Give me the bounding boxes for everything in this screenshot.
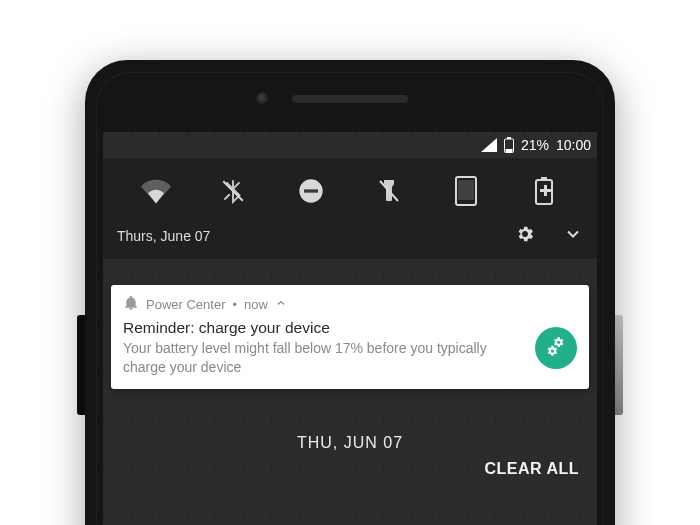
bell-icon [123,295,139,314]
qs-tile-wifi[interactable] [137,172,175,210]
qs-tile-portrait[interactable] [447,172,485,210]
qs-tile-flashlight-off[interactable] [370,172,408,210]
svg-rect-5 [304,189,318,192]
notification-text: Your battery level might fall below 17% … [123,339,521,377]
wallpaper-date-widget: THU, JUN 07 [103,434,597,452]
notification-body: Reminder: charge your device Your batter… [123,319,577,377]
svg-rect-2 [505,149,512,152]
qs-tile-battery-saver[interactable] [525,172,563,210]
expand-chevron-icon[interactable] [563,224,583,247]
battery-percent: 21% [521,137,549,153]
bullet: • [232,297,237,312]
qs-tile-do-not-disturb[interactable] [292,172,330,210]
notification-app-name: Power Center [146,297,225,312]
battery-icon [504,137,514,153]
status-bar: 21% 10:00 [481,134,591,156]
quick-settings-panel: Thurs, June 07 [103,158,597,259]
qs-tile-bluetooth-off[interactable] [214,172,252,210]
power-center-app-icon [535,327,577,369]
quick-settings-meta: Thurs, June 07 [103,220,597,255]
qs-date: Thurs, June 07 [117,228,210,244]
notification-when: now [244,297,268,312]
clear-all-button[interactable]: CLEAR ALL [484,460,579,478]
collapse-caret-icon[interactable] [275,297,287,312]
notification-title: Reminder: charge your device [123,319,521,337]
notification-header: Power Center • now [123,295,577,314]
screen: 21% 10:00 [103,132,597,525]
svg-rect-8 [458,180,474,200]
quick-settings-row [103,158,597,220]
side-button-left [77,315,85,415]
status-bar-clock: 10:00 [556,137,591,153]
settings-gear-icon[interactable] [515,224,535,247]
cellular-signal-icon [481,138,497,152]
notification-card[interactable]: Power Center • now Reminder: charge your… [111,285,589,389]
side-button-right [615,315,623,415]
earpiece-speaker [292,95,408,103]
front-camera [256,92,270,106]
